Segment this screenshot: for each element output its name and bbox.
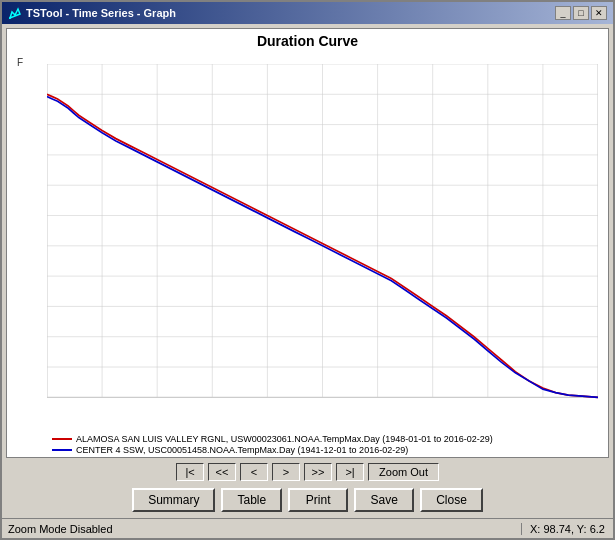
close-button[interactable]: Close: [420, 488, 483, 512]
chart-area: F: [7, 49, 608, 432]
print-button[interactable]: Print: [288, 488, 348, 512]
table-button[interactable]: Table: [221, 488, 282, 512]
svg-marker-0: [10, 9, 20, 18]
title-bar: TSTool - Time Series - Graph _ □ ✕: [2, 2, 613, 24]
app-icon: [8, 6, 22, 20]
prev-button[interactable]: <: [240, 463, 268, 481]
maximize-button[interactable]: □: [573, 6, 589, 20]
minimize-button[interactable]: _: [555, 6, 571, 20]
prev-many-button[interactable]: <<: [208, 463, 236, 481]
coordinate-status: X: 98.74, Y: 6.2: [522, 523, 613, 535]
summary-button[interactable]: Summary: [132, 488, 215, 512]
legend-item-2: CENTER 4 SSW, USC00051458.NOAA.TempMax.D…: [52, 445, 598, 455]
title-bar-left: TSTool - Time Series - Graph: [8, 6, 176, 20]
last-button[interactable]: >|: [336, 463, 364, 481]
save-button[interactable]: Save: [354, 488, 414, 512]
zoom-out-button[interactable]: Zoom Out: [368, 463, 439, 481]
chart-container: Duration Curve F: [6, 28, 609, 458]
chart-title: Duration Curve: [7, 29, 608, 49]
status-bar: Zoom Mode Disabled X: 98.74, Y: 6.2: [2, 518, 613, 538]
legend-label-1: ALAMOSA SAN LUIS VALLEY RGNL, USW0002306…: [76, 434, 493, 444]
first-button[interactable]: |<: [176, 463, 204, 481]
legend-label-2: CENTER 4 SSW, USC00051458.NOAA.TempMax.D…: [76, 445, 408, 455]
next-button[interactable]: >: [272, 463, 300, 481]
title-bar-buttons: _ □ ✕: [555, 6, 607, 20]
legend-line-2: [52, 449, 72, 451]
chart-svg: 100.0 90.0 80.0 70.0 60.0 50.0 40.0 30.0…: [47, 64, 598, 402]
content-area: Duration Curve F: [2, 24, 613, 518]
window-title: TSTool - Time Series - Graph: [26, 7, 176, 19]
y-axis-unit: F: [17, 57, 23, 68]
window-close-button[interactable]: ✕: [591, 6, 607, 20]
next-many-button[interactable]: >>: [304, 463, 332, 481]
legend-item-1: ALAMOSA SAN LUIS VALLEY RGNL, USW0002306…: [52, 434, 598, 444]
nav-row: |< << < > >> >| Zoom Out: [6, 461, 609, 483]
legend-line-1: [52, 438, 72, 440]
main-window: TSTool - Time Series - Graph _ □ ✕ Durat…: [0, 0, 615, 540]
legend-area: ALAMOSA SAN LUIS VALLEY RGNL, USW0002306…: [7, 432, 608, 457]
zoom-status: Zoom Mode Disabled: [2, 523, 522, 535]
svg-point-1: [9, 17, 11, 19]
action-row: Summary Table Print Save Close: [6, 486, 609, 514]
